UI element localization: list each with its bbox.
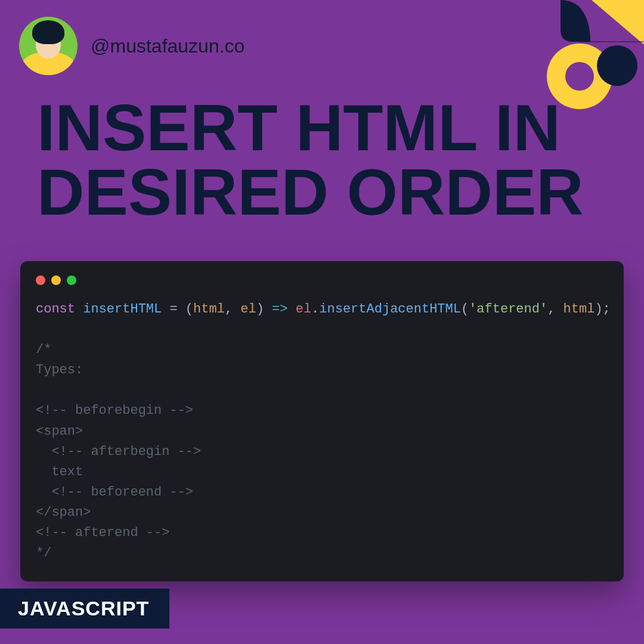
author-handle: @mustafauzun.co [91,35,244,57]
language-badge: JAVASCRIPT [0,589,169,628]
code-func-name: insertHTML [83,302,162,317]
svg-point-2 [565,62,594,91]
code-window: const insertHTML = (html, el) => el.inse… [20,261,624,581]
avatar [19,17,78,75]
page-title: INSERT HTML IN DESIRED ORDER [37,95,584,224]
title-line-2: DESIRED ORDER [37,155,584,228]
maximize-icon [67,275,76,285]
title-line-1: INSERT HTML IN [37,91,561,164]
window-traffic-lights [36,275,608,285]
minimize-icon [51,275,61,285]
svg-point-3 [597,45,637,86]
header: @mustafauzun.co [19,17,244,75]
code-comment: /* Types: <!-- beforebegin --> <span> <!… [36,342,201,561]
close-icon [36,275,45,285]
code-keyword: const [36,302,75,317]
code-block: const insertHTML = (html, el) => el.inse… [36,299,608,564]
